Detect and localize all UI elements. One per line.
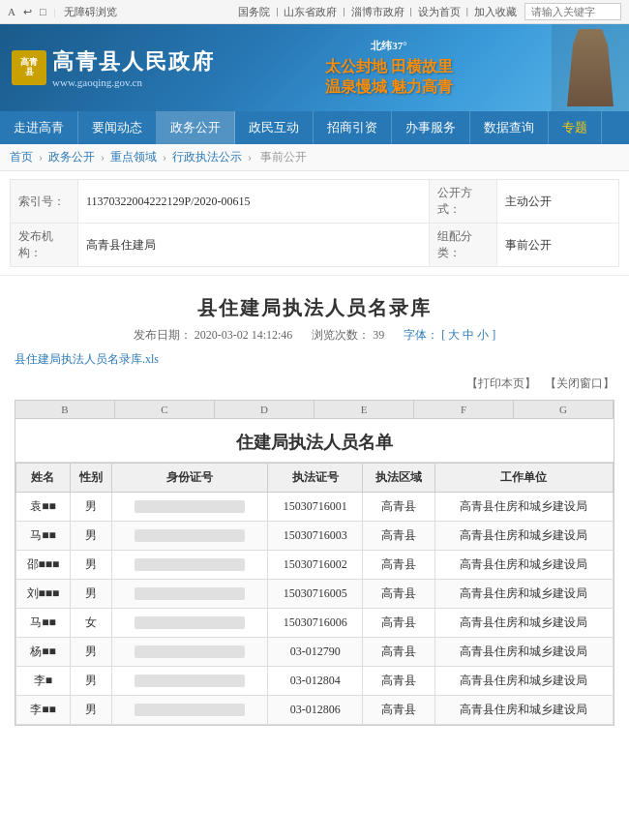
nav-item-zhengwu[interactable]: 政务公开	[157, 111, 235, 144]
publish-date-label: 发布日期： 2020-03-02 14:12:46	[134, 327, 293, 344]
cell-name: 刘■■■	[16, 580, 71, 609]
cell-cert: 15030716002	[268, 551, 363, 580]
cell-unit: 高青县住房和城乡建设局	[434, 696, 613, 725]
print-controls: 【打印本页】 【关闭窗口】	[15, 375, 614, 392]
breadcrumb-zhengwu[interactable]: 政务公开	[48, 150, 95, 164]
table-row: 马■■男37■■■■■■■■■■■■■■15030716003高青县高青县住房和…	[16, 522, 614, 551]
cell-name: 李■■	[16, 696, 71, 725]
cell-area: 高青县	[363, 667, 434, 696]
breadcrumb-sep2: ›	[101, 150, 105, 164]
col-header-area: 执法区域	[363, 464, 434, 493]
table-row: 马■■女37■■■■■■■■■■■■■■15030716006高青县高青县住房和…	[16, 609, 614, 638]
cell-gender: 女	[70, 609, 111, 638]
header-image	[552, 24, 629, 111]
link-guowuyuan[interactable]: 国务院	[238, 5, 270, 19]
cell-unit: 高青县住房和城乡建设局	[434, 580, 613, 609]
site-url: www.gaoqing.gov.cn	[52, 76, 215, 88]
views-info: 浏览次数： 39	[312, 327, 384, 344]
header-banner: 高青县 高青县人民政府 www.gaoqing.gov.cn 北纬37° 太公封…	[0, 24, 629, 111]
cell-gender: 男	[70, 580, 111, 609]
sheet-col-d: D	[215, 401, 314, 418]
index-value: 11370322004222129P/2020-00615	[78, 180, 430, 224]
cell-id: 37■■■■■■■■■■■■■■	[111, 696, 267, 725]
table-row: 李■■男37■■■■■■■■■■■■■■03-012806高青县高青县住房和城乡…	[16, 696, 614, 725]
table-row: 杨■■男37■■■■■■■■■■■■■■03-012790高青县高青县住房和城乡…	[16, 638, 614, 667]
font-medium[interactable]: 中	[463, 328, 474, 342]
nav-item-banshi[interactable]: 办事服务	[392, 111, 470, 144]
publish-type-value: 主动公开	[496, 180, 618, 224]
table-row: 李■男37■■■■■■■■■■■■■■03-012804高青县高青县住房和城乡建…	[16, 667, 614, 696]
sheet-col-g: G	[514, 401, 614, 418]
separator: |	[54, 6, 56, 17]
link-bookmark[interactable]: 加入收藏	[474, 5, 517, 19]
sheet-col-b: B	[15, 401, 115, 418]
file-download-link[interactable]: 县住建局执法人员名录库.xls	[15, 352, 159, 366]
cell-unit: 高青县住房和城乡建设局	[434, 522, 613, 551]
cell-area: 高青县	[363, 638, 434, 667]
cell-cert: 03-012804	[268, 667, 363, 696]
font-small[interactable]: 小 ]	[477, 328, 495, 342]
cell-unit: 高青县住房和城乡建设局	[434, 638, 613, 667]
site-title-text: 高青县人民政府 www.gaoqing.gov.cn	[52, 47, 215, 88]
org-value: 高青县住建局	[78, 224, 430, 267]
cell-name: 邵■■■	[16, 551, 71, 580]
slogan-line2: 温泉慢城 魅力高青	[325, 77, 453, 98]
cell-gender: 男	[70, 696, 111, 725]
search-input[interactable]	[524, 3, 621, 20]
col-header-name: 姓名	[16, 464, 71, 493]
doc-title: 县住建局执法人员名录库	[15, 295, 614, 321]
cell-id: 37■■■■■■■■■■■■■■	[111, 667, 267, 696]
link-zibo[interactable]: 淄博市政府	[351, 5, 404, 19]
cell-gender: 男	[70, 493, 111, 522]
sheet-col-f: F	[414, 401, 514, 418]
category-label: 组配分类：	[429, 224, 496, 267]
nav-item-shuju[interactable]: 数据查询	[470, 111, 549, 144]
cell-name: 李■	[16, 667, 71, 696]
breadcrumb-zhongdian[interactable]: 重点领域	[110, 150, 157, 164]
data-table: 姓名 性别 身份证号 执法证号 执法区域 工作单位 袁■■男37■■■■■■■■…	[15, 463, 614, 725]
table-row: 袁■■男37■■■■■■■■■■■■■■15030716001高青县高青县住房和…	[16, 493, 614, 522]
breadcrumb-xingzheng[interactable]: 行政执法公示	[172, 150, 242, 164]
cell-area: 高青县	[363, 493, 434, 522]
index-label: 索引号：	[11, 180, 78, 224]
cell-id: 37■■■■■■■■■■■■■■	[111, 609, 267, 638]
latitude-text: 北纬37°	[371, 39, 406, 53]
cell-unit: 高青县住房和城乡建设局	[434, 551, 613, 580]
breadcrumb-sep1: ›	[39, 150, 43, 164]
font-large[interactable]: [ 大	[441, 328, 460, 342]
cell-gender: 男	[70, 638, 111, 667]
undo-icon: ↩	[23, 6, 32, 18]
breadcrumb-sep3: ›	[163, 150, 166, 164]
nav-item-zhengmin[interactable]: 政民互动	[235, 111, 314, 144]
nav-item-yaoweng[interactable]: 要闻动态	[78, 111, 157, 144]
cell-cert: 03-012790	[268, 638, 363, 667]
nav-item-zhaoshang[interactable]: 招商引资	[314, 111, 392, 144]
nav-item-more[interactable]: 专题	[549, 111, 602, 144]
breadcrumb: 首页 › 政务公开 › 重点领域 › 行政执法公示 › 事前公开	[0, 144, 629, 171]
header-slogan: 北纬37° 太公封地 田横故里 温泉慢城 魅力高青	[226, 24, 552, 111]
col-header-gender: 性别	[70, 464, 111, 493]
print-button[interactable]: 【打印本页】	[466, 376, 536, 390]
content-area: 县住建局执法人员名录库 发布日期： 2020-03-02 14:12:46 浏览…	[0, 276, 629, 735]
cell-id: 37■■■■■■■■■■■■■■	[111, 493, 267, 522]
cell-unit: 高青县住房和城乡建设局	[434, 493, 613, 522]
breadcrumb-home[interactable]: 首页	[10, 150, 33, 164]
sheet-col-e: E	[314, 401, 414, 418]
barrier-free-label[interactable]: 无障碍浏览	[64, 5, 117, 19]
header-logo: 高青县 高青县人民政府 www.gaoqing.gov.cn	[0, 24, 226, 111]
link-shandong[interactable]: 山东省政府	[284, 5, 337, 19]
close-button[interactable]: 【关闭窗口】	[545, 376, 614, 390]
cell-id: 37■■■■■■■■■■■■■■	[111, 580, 267, 609]
cell-unit: 高青县住房和城乡建设局	[434, 609, 613, 638]
cell-name: 马■■	[16, 522, 71, 551]
col-header-unit: 工作单位	[434, 464, 613, 493]
cell-area: 高青县	[363, 609, 434, 638]
cell-id: 37■■■■■■■■■■■■■■	[111, 638, 267, 667]
link-set-home[interactable]: 设为首页	[418, 5, 461, 19]
breadcrumb-sep4: ›	[248, 150, 252, 164]
cell-cert: 15030716001	[268, 493, 363, 522]
nav-item-zoujin[interactable]: 走进高青	[0, 111, 78, 144]
cell-name: 袁■■	[16, 493, 71, 522]
cell-area: 高青县	[363, 551, 434, 580]
sheet-col-c: C	[115, 401, 215, 418]
